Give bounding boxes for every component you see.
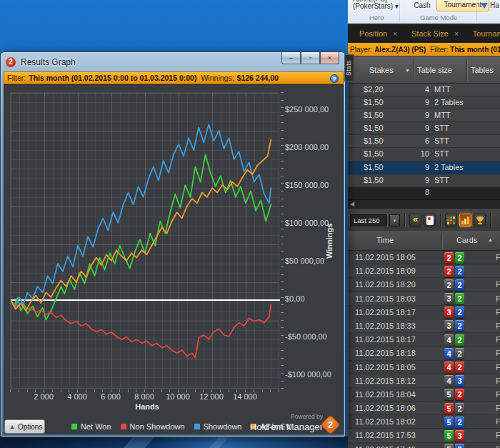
stakes-table-body: $2,204MTT$1,5092 Tables$1,509MTT$1,509ST… [348, 84, 500, 187]
x-tick-label: 4 000 [67, 392, 87, 401]
x-tick-label: 8 000 [134, 392, 154, 401]
report-tab-tournament[interactable]: Tournament× [466, 26, 500, 41]
hands-table-header[interactable]: Time Cards ▲ [348, 231, 500, 251]
graph-filter-bar: Filter: This month (01.02.2015 0:00 to 0… [4, 71, 344, 84]
column-header-tables[interactable]: Tables [471, 66, 494, 74]
stakes-row[interactable]: $2,204MTT [348, 84, 500, 96]
hand-row[interactable]: 11.02.2015 18:0542F [348, 361, 500, 374]
tables-cell: MTT [434, 111, 451, 119]
card-tile-clubs: 2 [455, 334, 464, 346]
hand-row[interactable]: 11.02.2015 18:0652F [348, 402, 500, 415]
grid-icon [447, 216, 455, 224]
hand-time: 11.02.2015 18:20 [355, 280, 416, 289]
hand-time: 11.02.2015 18:18 [355, 349, 416, 357]
card-tile-diamonds: 2 [455, 307, 464, 318]
stakes-row[interactable]: $1,509STT [348, 122, 500, 135]
toolbar-separator [440, 214, 441, 227]
hand-time: 11.02.2015 17:53 [355, 431, 416, 439]
column-header-time[interactable]: Time [376, 236, 394, 244]
hand-row[interactable]: 11.02.2015 18:3332F [348, 319, 500, 333]
screen: Alex.Z(PS) (PokerStars) ▾ Hero Cash Tour… [0, 0, 500, 448]
hand-row[interactable]: 11.02.2015 18:0922 [348, 264, 500, 278]
hand-row[interactable]: 11.02.2015 18:1742F [348, 333, 500, 347]
hand-row[interactable]: 11.02.2015 18:1732F [348, 306, 500, 319]
stats-side-tab[interactable]: Stats [344, 54, 354, 81]
scroll-left-icon[interactable]: ◀ [350, 201, 354, 207]
report-tab-position[interactable]: Position× [352, 26, 404, 41]
card-tile-diamonds: 3 [455, 444, 464, 448]
cash-button[interactable]: Cash [409, 0, 435, 11]
card-tile-clubs: 2 [455, 252, 464, 264]
grid-view-button[interactable] [445, 214, 457, 227]
hand-row[interactable]: 11.02.2015 18:0332F [348, 292, 500, 306]
sort-ascending-icon: ▲ [488, 237, 493, 242]
hand-row[interactable]: 11.02.2015 17:4953F [348, 443, 500, 448]
hand-row[interactable]: 11.02.2015 18:1842F [348, 347, 500, 360]
window-titlebar[interactable]: 2 Results Graph – ▫ × [1, 52, 345, 71]
tab-label: Stack Size [411, 29, 449, 38]
y-tick-label: -$100 000,00 [285, 370, 331, 379]
stakes-row[interactable]: $1,5092 Tables [348, 96, 500, 109]
hero-selector[interactable]: (PokerStars) ▾ [353, 2, 399, 10]
bar-chart-icon [461, 216, 469, 224]
horizontal-scrollbar[interactable]: ◀ [348, 199, 500, 209]
column-header-stakes[interactable]: Stakes [369, 66, 394, 74]
hand-row[interactable]: 11.02.2015 18:1243F [348, 374, 500, 388]
hand-time: 11.02.2015 18:33 [355, 322, 416, 330]
stakes-table-header[interactable]: Stakes ▼ Table size Tables [348, 56, 500, 84]
hand-row[interactable]: 11.02.2015 18:2022F [348, 278, 500, 292]
stakes-cell: $1,50 [364, 163, 384, 171]
options-button[interactable]: ▲ Options [4, 419, 45, 434]
stakes-row[interactable]: $1,5010STT [348, 148, 500, 161]
tab-label: Position [359, 29, 387, 38]
replayer-button[interactable] [424, 214, 436, 227]
hand-time: 11.02.2015 17:49 [355, 445, 416, 448]
stats-panel: Alex.Z(PS) (PokerStars) ▾ Hero Cash Tour… [348, 0, 500, 448]
help-icon[interactable]: ? [330, 74, 339, 83]
close-button[interactable]: × [320, 52, 339, 64]
stakes-row[interactable]: $1,506STT [348, 135, 500, 148]
report-tab-stack-size[interactable]: Stack Size× [404, 26, 466, 41]
column-header-table-size[interactable]: Table size [417, 66, 452, 74]
graph-view-button[interactable] [459, 214, 471, 227]
hand-row[interactable]: 11.02.2015 17:5353F [348, 429, 500, 442]
hand-time: 11.02.2015 18:02 [355, 417, 416, 426]
hm2-app-icon: 2 [6, 57, 16, 67]
hand-range-select[interactable]: Last 250 [350, 214, 387, 227]
hm2-badge-number: 2 [324, 418, 337, 432]
hand-action: F [496, 322, 500, 330]
wallpaper-light-streak [209, 436, 229, 448]
series-showdown [11, 124, 271, 308]
card-tile-spades: 2 [444, 279, 454, 291]
column-header-cards[interactable]: Cards [456, 236, 477, 244]
hand-row[interactable]: 11.02.2015 18:0522F [348, 251, 500, 264]
y-tick-label: $0,00 [285, 294, 305, 303]
filter-label: Filter: [7, 74, 26, 82]
minimize-button[interactable]: – [281, 52, 301, 64]
powered-by-line1: Powered by [219, 414, 323, 420]
card-tile-hearts: 3 [444, 307, 454, 318]
hand-export-button[interactable]: Ha [481, 1, 499, 9]
tournament-results-button[interactable] [474, 214, 486, 227]
player-filter-bar: Player: Alex.Z(A3) (PS) Filter: This mon… [348, 43, 500, 56]
hand-action: F [496, 431, 500, 439]
hand-row[interactable]: 11.02.2015 18:0252F [348, 415, 500, 429]
hand-row[interactable]: 11.02.2015 18:0452F [348, 388, 500, 402]
stakes-cell: $2,20 [364, 85, 384, 94]
stakes-row[interactable]: $1,509STT [348, 174, 500, 187]
close-tab-icon[interactable]: × [454, 30, 459, 38]
maximize-button[interactable]: ▫ [301, 52, 320, 64]
range-dropdown-icon[interactable]: ▼ [389, 214, 400, 227]
options-label: Options [18, 423, 42, 431]
winnings-label: Winnings: [201, 74, 234, 82]
ribbon: Alex.Z(PS) (PokerStars) ▾ Hero Cash Tour… [348, 0, 500, 24]
card-tile-spades: 3 [444, 320, 454, 332]
replay-rewind-button[interactable]: « [409, 214, 421, 227]
x-axis-title: Hands [111, 402, 183, 411]
chevron-up-icon: ▲ [9, 424, 15, 430]
stakes-dropdown-icon[interactable]: ▼ [405, 68, 410, 73]
close-tab-icon[interactable]: × [393, 30, 397, 38]
player-label: Player: [350, 46, 372, 54]
stakes-row[interactable]: $1,5092 Tables [348, 161, 500, 174]
stakes-row[interactable]: $1,509MTT [348, 109, 500, 122]
